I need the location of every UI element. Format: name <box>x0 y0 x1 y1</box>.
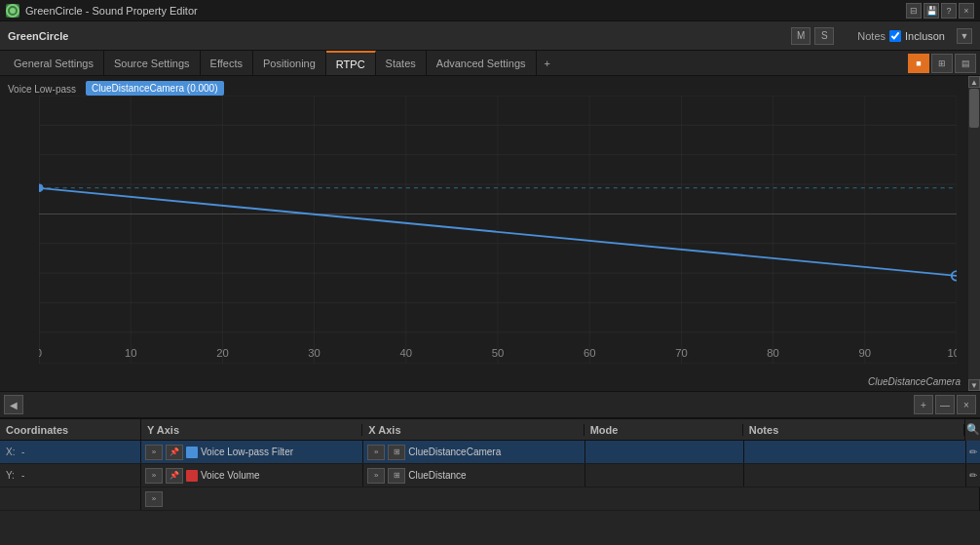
row-lock-btn[interactable]: 📌 <box>166 445 183 460</box>
view-split-h[interactable]: ⊞ <box>931 54 953 73</box>
svg-text:30: 30 <box>308 348 320 360</box>
svg-text:100: 100 <box>948 348 957 360</box>
tab-general[interactable]: General Settings <box>4 51 104 75</box>
toolbar-add[interactable]: + <box>914 395 933 414</box>
object-name: GreenCircle <box>8 30 787 42</box>
x-btn-1[interactable]: » <box>367 445 385 460</box>
toolbar-close[interactable]: × <box>957 395 976 414</box>
coord-cell-1: X: - <box>0 441 141 463</box>
row-edit-2[interactable]: ✏ <box>966 464 980 487</box>
row-pin-btn[interactable]: » <box>145 445 163 460</box>
svg-text:80: 80 <box>767 348 779 360</box>
title-bar: GreenCircle - Sound Property Editor ⊟ 💾 … <box>0 0 980 21</box>
x-coord-value: - <box>21 447 24 457</box>
tab-states[interactable]: States <box>376 51 427 75</box>
x-coord-label: X: <box>6 447 18 457</box>
row-cells-2: » 📌 Voice Volume » ⊞ ClueDistance ✏ <box>141 464 980 487</box>
add-row-cell[interactable]: » <box>141 487 980 510</box>
chart-canvas[interactable]: 0 10 20 30 40 50 60 70 80 90 100 100 75 … <box>39 96 957 364</box>
lower-rows: X: - » 📌 Voice Low-pass Filter » ⊞ ClueD… <box>0 441 980 545</box>
chart-area[interactable]: Voice Low-pass ClueDistanceCamera (0.000… <box>0 76 968 391</box>
view-split-v[interactable]: ▤ <box>955 54 976 73</box>
svg-text:50: 50 <box>492 348 505 360</box>
svg-text:10: 10 <box>125 348 137 360</box>
row-lock-btn-2[interactable]: 📌 <box>166 468 183 484</box>
coordinates-header: Coordinates <box>0 419 141 440</box>
y-color-2 <box>186 470 198 482</box>
coord-cell-2: Y: - <box>0 464 141 487</box>
tab-advanced[interactable]: Advanced Settings <box>427 51 537 75</box>
y-axis-header: Y Axis <box>141 424 362 436</box>
inclusion-label: Incluson <box>905 30 945 42</box>
coord-cell-3 <box>0 487 141 510</box>
chart-tooltip: ClueDistanceCamera (0.000) <box>86 81 224 96</box>
add-row-btn[interactable]: » <box>145 491 163 507</box>
tab-add[interactable]: + <box>537 51 558 75</box>
scroll-thumb[interactable] <box>969 89 979 128</box>
view-single[interactable]: ■ <box>908 54 929 73</box>
inclusion-row: Incluson <box>889 30 945 42</box>
m-button[interactable]: M <box>791 27 810 45</box>
window-title: GreenCircle - Sound Property Editor <box>25 5 900 17</box>
x-btn-2[interactable]: » <box>367 468 385 484</box>
x-type-btn-1[interactable]: ⊞ <box>388 445 405 460</box>
view-buttons: ■ ⊞ ▤ <box>908 51 980 75</box>
lower-panel: Coordinates Y Axis X Axis Mode Notes 🔍 X… <box>0 418 980 545</box>
y-axis-label: Voice Low-pass <box>8 84 76 95</box>
restore-btn[interactable]: ⊟ <box>906 3 922 19</box>
notes-header: Notes <box>743 424 964 436</box>
y-axis-cell-2[interactable]: » 📌 Voice Volume <box>141 464 363 487</box>
tab-effects[interactable]: Effects <box>201 51 253 75</box>
lower-row[interactable]: Y: - » 📌 Voice Volume » ⊞ ClueDistance ✏ <box>0 464 980 487</box>
toolbar-back[interactable]: ◀ <box>4 395 23 414</box>
svg-text:40: 40 <box>400 348 413 360</box>
svg-text:60: 60 <box>584 348 596 360</box>
x-type-btn-2[interactable]: ⊞ <box>388 468 405 484</box>
close-btn[interactable]: × <box>959 3 974 19</box>
scroll-up[interactable]: ▲ <box>968 76 980 88</box>
notes-cell-1 <box>744 441 966 463</box>
notes-label: Notes <box>857 30 886 42</box>
mode-cell-2 <box>585 464 743 487</box>
mode-cell-1 <box>585 441 743 463</box>
s-button[interactable]: S <box>814 27 834 45</box>
window-controls[interactable]: ⊟ 💾 ? × <box>906 3 974 19</box>
object-header: GreenCircle M S Notes Incluson ▼ <box>0 21 980 51</box>
chart-scrollbar[interactable]: ▲ ▼ <box>968 76 980 391</box>
notes-cell-2 <box>744 464 966 487</box>
svg-text:90: 90 <box>859 348 872 360</box>
save-btn[interactable]: 💾 <box>923 3 939 19</box>
x-axis-cell-2[interactable]: » ⊞ ClueDistance <box>363 464 585 487</box>
row-cells-3: » <box>141 487 980 510</box>
y-color-1 <box>186 447 198 458</box>
expand-button[interactable]: ▼ <box>957 28 972 44</box>
row-cells-1: » 📌 Voice Low-pass Filter » ⊞ ClueDistan… <box>141 441 980 463</box>
inclusion-checkbox[interactable] <box>889 30 901 42</box>
y-coord-value: - <box>21 470 24 481</box>
search-icon[interactable]: 🔍 <box>964 419 980 441</box>
tab-source[interactable]: Source Settings <box>104 51 201 75</box>
x-label-2: ClueDistance <box>408 470 466 481</box>
row-edit-1[interactable]: ✏ <box>966 441 980 463</box>
help-btn[interactable]: ? <box>941 3 957 19</box>
x-axis-cell-1[interactable]: » ⊞ ClueDistanceCamera <box>363 441 585 463</box>
svg-point-1 <box>10 8 16 14</box>
lower-row-add: » <box>0 487 980 511</box>
row-pin-btn-2[interactable]: » <box>145 468 163 484</box>
lower-columns: Y Axis X Axis Mode Notes <box>141 424 964 436</box>
tab-positioning[interactable]: Positioning <box>253 51 326 75</box>
lower-panel-header: Coordinates Y Axis X Axis Mode Notes 🔍 <box>0 419 980 441</box>
x-axis-label: ClueDistanceCamera <box>868 376 961 387</box>
y-axis-cell-1[interactable]: » 📌 Voice Low-pass Filter <box>141 441 363 463</box>
scroll-track[interactable] <box>968 88 980 379</box>
scroll-down[interactable]: ▼ <box>968 379 980 391</box>
app-icon <box>6 4 19 18</box>
tab-bar: General Settings Source Settings Effects… <box>0 51 980 76</box>
lower-row[interactable]: X: - » 📌 Voice Low-pass Filter » ⊞ ClueD… <box>0 441 980 464</box>
x-axis-header: X Axis <box>362 424 584 436</box>
y-label-1: Voice Low-pass Filter <box>201 447 293 457</box>
tab-rtpc[interactable]: RTPC <box>326 51 376 75</box>
toolbar-remove[interactable]: — <box>935 395 955 414</box>
svg-text:70: 70 <box>675 348 688 360</box>
rtpc-chart[interactable]: 0 10 20 30 40 50 60 70 80 90 100 100 75 … <box>39 96 957 364</box>
